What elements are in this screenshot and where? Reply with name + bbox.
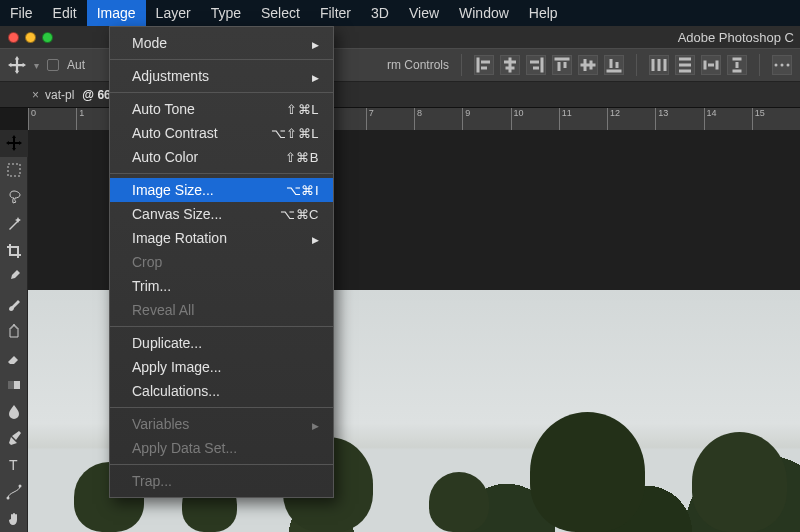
menuitem-label: Image Size... bbox=[132, 182, 214, 198]
svg-rect-5 bbox=[506, 67, 515, 70]
menu-file[interactable]: File bbox=[0, 0, 43, 26]
minimize-window-button[interactable] bbox=[25, 32, 36, 43]
move-tool-icon[interactable] bbox=[8, 56, 26, 74]
ruler-tick: 15 bbox=[752, 108, 800, 130]
menuitem-label: Auto Tone bbox=[132, 101, 195, 117]
type-tool[interactable]: T bbox=[0, 452, 28, 479]
type-icon: T bbox=[6, 457, 22, 473]
menuitem-auto-color[interactable]: Auto Color⇧⌘B bbox=[110, 145, 333, 169]
menu-help[interactable]: Help bbox=[519, 0, 568, 26]
align-top-icon[interactable] bbox=[552, 55, 572, 75]
menu-filter[interactable]: Filter bbox=[310, 0, 361, 26]
ruler-tick: 7 bbox=[366, 108, 414, 130]
separator bbox=[636, 54, 637, 76]
svg-rect-2 bbox=[481, 67, 487, 70]
distribute-v-icon[interactable] bbox=[675, 55, 695, 75]
menuitem-label: Adjustments bbox=[132, 68, 209, 84]
menuitem-trim[interactable]: Trim... bbox=[110, 274, 333, 298]
ruler-tick: 0 bbox=[28, 108, 76, 130]
svg-point-32 bbox=[787, 64, 790, 67]
menu-separator bbox=[110, 173, 333, 174]
svg-rect-36 bbox=[8, 381, 14, 389]
menu-3d[interactable]: 3D bbox=[361, 0, 399, 26]
zoom-window-button[interactable] bbox=[42, 32, 53, 43]
menuitem-mode[interactable]: Mode bbox=[110, 31, 333, 55]
menuitem-trap: Trap... bbox=[110, 469, 333, 493]
hand-tool[interactable] bbox=[0, 505, 28, 532]
align-left-icon[interactable] bbox=[474, 55, 494, 75]
menuitem-auto-tone[interactable]: Auto Tone⇧⌘L bbox=[110, 97, 333, 121]
menuitem-apply-image[interactable]: Apply Image... bbox=[110, 355, 333, 379]
svg-point-39 bbox=[19, 484, 22, 487]
menu-edit[interactable]: Edit bbox=[43, 0, 87, 26]
menu-layer[interactable]: Layer bbox=[146, 0, 201, 26]
menu-separator bbox=[110, 59, 333, 60]
menu-type[interactable]: Type bbox=[201, 0, 251, 26]
svg-rect-17 bbox=[616, 62, 619, 68]
distribute-h-icon[interactable] bbox=[649, 55, 669, 75]
brush-tool[interactable] bbox=[0, 291, 28, 318]
svg-rect-9 bbox=[555, 58, 570, 61]
menuitem-calculations[interactable]: Calculations... bbox=[110, 379, 333, 403]
menuitem-image-rotation[interactable]: Image Rotation bbox=[110, 226, 333, 250]
close-window-button[interactable] bbox=[8, 32, 19, 43]
svg-rect-21 bbox=[679, 58, 691, 61]
menu-window[interactable]: Window bbox=[449, 0, 519, 26]
eraser-tool[interactable] bbox=[0, 344, 28, 371]
hand-icon bbox=[6, 511, 22, 527]
menuitem-label: Apply Data Set... bbox=[132, 440, 237, 456]
pen-tool[interactable] bbox=[0, 425, 28, 452]
gradient-tool[interactable] bbox=[0, 371, 28, 398]
menuitem-adjustments[interactable]: Adjustments bbox=[110, 64, 333, 88]
wand-tool[interactable] bbox=[0, 210, 28, 237]
blur-icon bbox=[6, 403, 22, 419]
path-tool[interactable] bbox=[0, 478, 28, 505]
close-tab-icon[interactable]: × bbox=[32, 88, 39, 102]
eyedropper-icon bbox=[6, 269, 22, 285]
menuitem-reveal-all: Reveal All bbox=[110, 298, 333, 322]
menu-view[interactable]: View bbox=[399, 0, 449, 26]
distribute-spacing-h-icon[interactable] bbox=[701, 55, 721, 75]
align-center-h-icon[interactable] bbox=[500, 55, 520, 75]
document-tab-name[interactable]: vat-pl bbox=[45, 88, 74, 102]
window-controls bbox=[8, 32, 53, 43]
distribute-spacing-v-icon[interactable] bbox=[727, 55, 747, 75]
svg-rect-25 bbox=[716, 61, 719, 70]
menuitem-label: Reveal All bbox=[132, 302, 194, 318]
menu-select[interactable]: Select bbox=[251, 0, 310, 26]
svg-rect-20 bbox=[664, 59, 667, 71]
clone-tool[interactable] bbox=[0, 318, 28, 345]
menu-image[interactable]: Image bbox=[87, 0, 146, 26]
svg-rect-28 bbox=[733, 70, 742, 73]
crop-tool[interactable] bbox=[0, 237, 28, 264]
align-center-v-icon[interactable] bbox=[578, 55, 598, 75]
eraser-icon bbox=[6, 350, 22, 366]
menuitem-auto-contrast[interactable]: Auto Contrast⌥⇧⌘L bbox=[110, 121, 333, 145]
menubar: FileEditImageLayerTypeSelectFilter3DView… bbox=[0, 0, 800, 26]
menuitem-variables: Variables bbox=[110, 412, 333, 436]
tool-preset-chevron-icon[interactable]: ▾ bbox=[34, 60, 39, 71]
menu-separator bbox=[110, 92, 333, 93]
menuitem-duplicate[interactable]: Duplicate... bbox=[110, 331, 333, 355]
svg-rect-6 bbox=[541, 58, 544, 73]
align-right-icon[interactable] bbox=[526, 55, 546, 75]
svg-rect-27 bbox=[733, 58, 742, 61]
move-tool[interactable] bbox=[0, 130, 28, 157]
separator bbox=[461, 54, 462, 76]
menuitem-label: Duplicate... bbox=[132, 335, 202, 351]
brush-icon bbox=[6, 296, 22, 312]
menuitem-label: Variables bbox=[132, 416, 189, 432]
menuitem-shortcut: ⌥⇧⌘L bbox=[271, 126, 319, 141]
menuitem-canvas-size[interactable]: Canvas Size...⌥⌘C bbox=[110, 202, 333, 226]
blur-tool[interactable] bbox=[0, 398, 28, 425]
menuitem-shortcut: ⇧⌘L bbox=[286, 102, 319, 117]
align-bottom-icon[interactable] bbox=[604, 55, 624, 75]
auto-select-checkbox[interactable] bbox=[47, 59, 59, 71]
menuitem-image-size[interactable]: Image Size...⌥⌘I bbox=[110, 178, 333, 202]
eyedropper-tool[interactable] bbox=[0, 264, 28, 291]
gradient-icon bbox=[6, 377, 22, 393]
lasso-tool[interactable] bbox=[0, 184, 28, 211]
marquee-tool[interactable] bbox=[0, 157, 28, 184]
more-options-icon[interactable] bbox=[772, 55, 792, 75]
svg-rect-23 bbox=[679, 70, 691, 73]
